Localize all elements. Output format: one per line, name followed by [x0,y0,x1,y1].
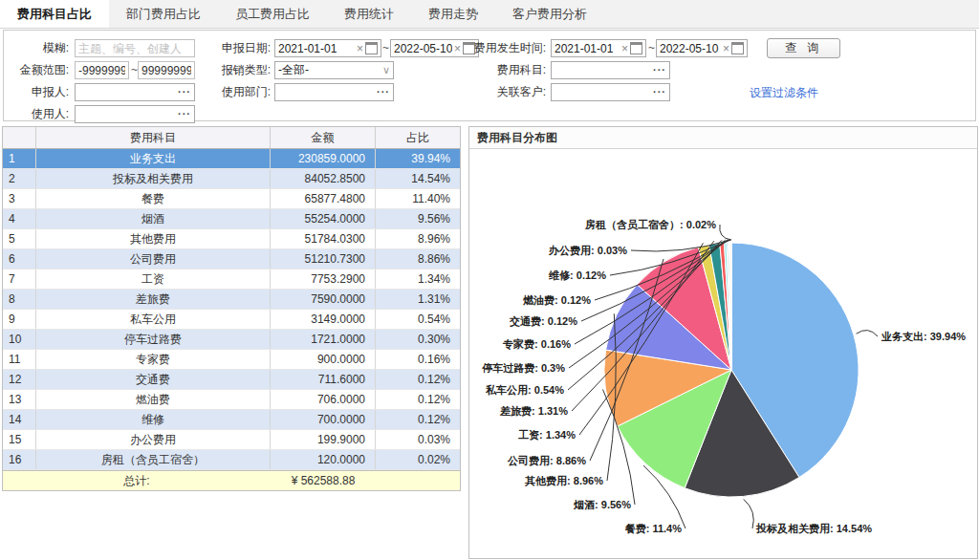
tab-3[interactable]: 员工费用占比 [218,1,327,28]
use-dept-field[interactable]: ··· [274,83,394,101]
calendar-icon[interactable] [731,42,744,54]
pie-label: 工资: 1.34% [518,429,576,441]
occur-time-from-field[interactable]: 2021-01-01 × [551,39,646,57]
range-separator: ~ [382,39,389,57]
table-row[interactable]: 6公司费用51210.73008.86% [3,249,460,269]
cell-c2: 199.9000 [271,430,376,449]
amount-range-label: 金额范围: [6,61,69,79]
calendar-icon[interactable] [630,42,642,54]
amount-from-input[interactable] [75,61,129,79]
cell-c2: 706.0000 [271,390,376,409]
clear-icon[interactable]: × [357,43,363,54]
total-value: ¥ 562588.88 [271,471,376,490]
pie-label: 烟酒: 9.56% [573,499,631,510]
header-amount[interactable]: 金额 [271,127,376,148]
occur-time-label: 费用发生时间: [453,39,546,57]
cell-c0: 14 [3,410,36,429]
pie-label: 业务支出: 39.94% [881,331,966,342]
table-row[interactable]: 1业务支出230859.000039.94% [3,149,460,169]
user-label: 使用人: [6,105,69,123]
fuzzy-input[interactable] [75,39,195,57]
ellipsis-button[interactable]: ··· [178,87,191,97]
table-row[interactable]: 7工资7753.29001.34% [3,269,460,290]
cell-c0: 10 [3,330,36,349]
table-row[interactable]: 11专家费900.00000.16% [3,350,460,370]
cell-c1: 房租（含员工宿舍） [36,450,271,469]
cell-c0: 16 [3,450,36,469]
cell-c3: 1.31% [376,290,460,309]
cell-c2: 65877.4800 [271,189,376,208]
header-subject[interactable]: 费用科目 [36,127,271,148]
customer-label: 关联客户: [453,83,546,101]
cell-c0: 8 [3,290,36,309]
cell-c3: 0.30% [376,330,460,349]
cell-c1: 差旅费 [36,290,271,309]
cell-c1: 投标及相关费用 [36,169,271,188]
ellipsis-button[interactable]: ··· [178,109,191,119]
table-row[interactable]: 3餐费65877.480011.40% [3,189,460,209]
cell-c1: 业务支出 [36,149,271,168]
table-body: 1业务支出230859.000039.94%2投标及相关费用84052.8500… [3,149,460,470]
cell-c3: 11.40% [376,189,460,208]
cell-c0: 4 [3,209,36,228]
cell-c3: 8.86% [376,249,460,269]
pie-callout-line [857,331,878,336]
table-row[interactable]: 12交通费711.60000.12% [3,370,460,390]
table-row[interactable]: 4烟酒55254.00009.56% [3,209,460,229]
ellipsis-button[interactable]: ··· [653,65,666,75]
occur-time-to-field[interactable]: 2022-05-10 × [656,39,748,57]
table-row[interactable]: 9私车公用3149.00000.54% [3,310,460,330]
table-row[interactable]: 2投标及相关费用84052.850014.54% [3,169,460,189]
search-button[interactable]: 查 询 [767,38,840,58]
pie-label: 房租（含员工宿舍）: 0.02% [584,219,716,231]
tab-1[interactable]: 费用科目占比 [0,0,109,28]
cell-c2: 711.6000 [271,370,376,389]
tab-4[interactable]: 费用统计 [327,1,411,28]
table-row[interactable]: 14维修700.00000.12% [3,410,460,430]
cell-c2: 1721.0000 [271,330,376,349]
ellipsis-button[interactable]: ··· [653,87,666,97]
expense-type-select[interactable]: -全部- ∨ [274,61,394,79]
header-rownum [3,127,36,148]
ellipsis-button[interactable]: ··· [377,87,390,97]
cell-c3: 0.12% [376,390,460,409]
pie-label: 投标及相关费用: 14.54% [755,523,872,534]
declarer-field[interactable]: ··· [75,83,195,101]
user-field[interactable]: ··· [75,105,195,123]
amount-to-input[interactable] [138,61,195,79]
clear-icon[interactable]: × [723,43,729,54]
chevron-down-icon: ∨ [382,65,390,75]
header-percent[interactable]: 占比 [376,127,460,148]
cell-c1: 工资 [36,269,271,289]
tab-5[interactable]: 费用走势 [411,1,495,28]
customer-field[interactable]: ··· [551,83,670,101]
cell-c1: 停车过路费 [36,330,271,349]
pie-label: 交通费: 0.12% [509,315,577,328]
table-row[interactable]: 10停车过路费1721.00000.30% [3,330,460,350]
cell-c0: 9 [3,310,36,329]
cell-c2: 230859.0000 [271,149,376,168]
tab-6[interactable]: 客户费用分析 [495,1,604,28]
cell-c3: 1.34% [376,269,460,289]
table-row[interactable]: 15办公费用199.90000.03% [3,430,460,450]
pie-label: 餐费: 11.4% [624,523,683,534]
table-row[interactable]: 8差旅费7590.00001.31% [3,290,460,310]
cell-c1: 交通费 [36,370,271,389]
use-dept-label: 使用部门: [195,83,271,101]
range-separator: ~ [648,39,655,57]
table-row[interactable]: 5其他费用51784.03008.96% [3,229,460,249]
tab-2[interactable]: 部门费用占比 [109,1,218,28]
cell-c2: 7753.2900 [271,269,376,289]
expense-type-value: -全部- [278,62,382,78]
table-row[interactable]: 13燃油费706.00000.12% [3,390,460,410]
pie-label: 差旅费: 1.31% [499,405,568,417]
calendar-icon[interactable] [365,42,378,54]
cell-c0: 3 [3,189,36,208]
table-row[interactable]: 16房租（含员工宿舍）120.00000.02% [3,450,460,470]
set-filter-link[interactable]: 设置过滤条件 [750,85,818,101]
chart-panel-title: 费用科目分布图 [469,127,977,149]
cell-c1: 私车公用 [36,310,271,329]
clear-icon[interactable]: × [621,43,628,54]
subject-field[interactable]: ··· [551,61,670,79]
declare-date-from-field[interactable]: 2021-01-01 × [274,39,381,57]
